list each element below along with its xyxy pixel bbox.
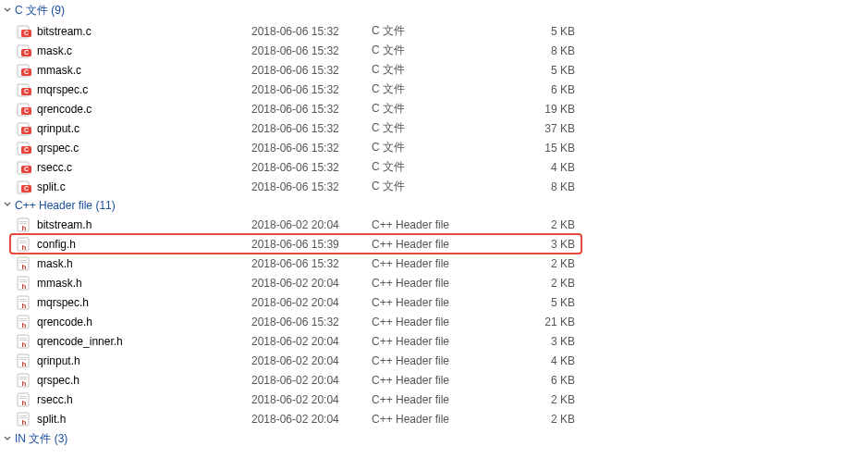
file-size: 2 KB [529,257,575,270]
svg-text:C: C [24,146,29,153]
file-row[interactable]: Cqrencode.c2018-06-06 15:32C 文件19 KB [0,99,868,118]
file-row[interactable]: hqrencode.h2018-06-06 15:32C++ Header fi… [0,312,868,331]
c-file-icon: C [17,43,31,58]
file-date: 2018-06-06 15:32 [251,142,372,155]
svg-text:h: h [22,243,27,252]
h-file-icon: h [17,353,31,368]
svg-rect-36 [19,260,27,261]
svg-text:h: h [22,321,27,329]
file-row[interactable]: Cqrinput.c2018-06-06 15:32C 文件37 KB [0,118,868,138]
h-file-icon: h [17,315,31,329]
file-row[interactable]: hmask.h2018-06-06 15:32C++ Header file2 … [0,254,868,273]
group-header[interactable]: IN 文件 (3) [0,428,868,450]
file-name: config.h [37,238,76,251]
chevron-down-icon [2,434,13,445]
file-row[interactable]: Cbitstream.c2018-06-06 15:32C 文件5 KB [0,21,868,41]
svg-text:h: h [22,399,27,407]
svg-text:h: h [22,418,27,427]
file-size: 2 KB [529,218,575,231]
h-file-icon: h [17,256,31,271]
file-type: C++ Header file [372,413,529,426]
file-row[interactable]: Csplit.c2018-06-06 15:32C 文件8 KB [0,177,868,196]
group-label: C 文件 (9) [15,3,65,19]
svg-text:C: C [24,166,29,172]
file-row[interactable]: hbitstream.h2018-06-02 20:04C++ Header f… [0,215,868,234]
file-type: C++ Header file [372,238,529,251]
file-size: 21 KB [529,316,575,328]
file-date: 2018-06-06 15:32 [251,257,372,270]
file-size: 5 KB [529,64,575,77]
file-row[interactable]: Cmask.c2018-06-06 15:32C 文件8 KB [0,41,868,60]
file-date: 2018-06-02 20:04 [251,277,372,290]
file-row[interactable]: hqrinput.h2018-06-02 20:04C++ Header fil… [0,351,868,370]
h-file-icon: h [17,412,31,427]
h-file-icon: h [17,276,31,291]
file-name: mqrspec.c [37,83,88,96]
file-type: C++ Header file [372,218,529,231]
svg-rect-48 [19,318,27,319]
svg-text:C: C [24,107,29,114]
file-name: split.c [37,180,66,193]
file-date: 2018-06-06 15:39 [251,238,372,251]
file-row[interactable]: Cqrspec.c2018-06-06 15:32C 文件15 KB [0,138,868,157]
file-date: 2018-06-02 20:04 [251,335,372,348]
file-date: 2018-06-06 15:32 [251,316,372,328]
file-size: 37 KB [529,122,575,135]
svg-text:C: C [24,185,29,192]
file-row[interactable]: Crsecc.c2018-06-06 15:32C 文件4 KB [0,157,868,177]
svg-text:C: C [24,88,29,94]
file-name: qrinput.c [37,122,79,135]
file-date: 2018-06-02 20:04 [251,374,372,387]
h-file-icon: h [17,373,31,388]
file-type: C 文件 [372,43,529,58]
file-name: qrencode.c [37,103,92,116]
file-type: C 文件 [372,101,529,117]
h-file-icon: h [17,392,31,407]
file-size: 3 KB [529,238,575,251]
svg-text:C: C [24,49,29,56]
c-file-icon: C [17,180,31,194]
file-type: C 文件 [372,81,529,97]
file-name: split.h [37,413,66,426]
file-row[interactable]: hsplit.h2018-06-02 20:04C++ Header file2… [0,409,868,428]
group-header[interactable]: C 文件 (9) [0,0,868,21]
file-row[interactable]: Cmqrspec.c2018-06-06 15:32C 文件6 KB [0,80,868,99]
file-date: 2018-06-02 20:04 [251,393,372,406]
file-name: mask.h [37,257,73,270]
file-size: 8 KB [529,44,575,57]
file-size: 15 KB [529,142,575,155]
svg-rect-56 [19,357,27,358]
file-date: 2018-06-02 20:04 [251,296,372,309]
svg-text:C: C [24,68,29,75]
group-header[interactable]: C++ Header file (11) [0,196,868,215]
group-label: IN 文件 (3) [15,431,67,447]
file-row[interactable]: hqrencode_inner.h2018-06-02 20:04C++ Hea… [0,331,868,351]
file-row[interactable]: hconfig.h2018-06-06 15:39C++ Header file… [0,234,868,254]
file-size: 19 KB [529,103,575,116]
c-file-icon: C [17,141,31,155]
file-type: C++ Header file [372,257,529,270]
file-date: 2018-06-06 15:32 [251,83,372,96]
file-date: 2018-06-06 15:32 [251,122,372,135]
file-date: 2018-06-06 15:32 [251,44,372,57]
file-row[interactable]: Cmmask.c2018-06-06 15:32C 文件5 KB [0,60,868,80]
file-name: qrinput.h [37,354,80,367]
file-row[interactable]: hmqrspec.h2018-06-02 20:04C++ Header fil… [0,292,868,312]
file-type: C++ Header file [372,277,529,290]
file-date: 2018-06-06 15:32 [251,64,372,77]
file-row[interactable]: hrsecc.h2018-06-02 20:04C++ Header file2… [0,390,868,409]
svg-rect-28 [19,221,27,222]
file-row[interactable]: hmmask.h2018-06-02 20:04C++ Header file2… [0,273,868,292]
file-name: bitstream.c [37,25,92,38]
file-date: 2018-06-02 20:04 [251,354,372,367]
c-file-icon: C [17,24,31,39]
file-type: C 文件 [372,120,529,136]
file-size: 4 KB [529,354,575,367]
file-type: C 文件 [372,23,529,39]
file-row[interactable]: hqrspec.h2018-06-02 20:04C++ Header file… [0,370,868,390]
file-name: rsecc.c [37,161,72,174]
h-file-icon: h [17,334,31,349]
file-size: 2 KB [529,393,575,406]
svg-text:C: C [24,30,29,36]
file-type: C 文件 [372,179,529,194]
